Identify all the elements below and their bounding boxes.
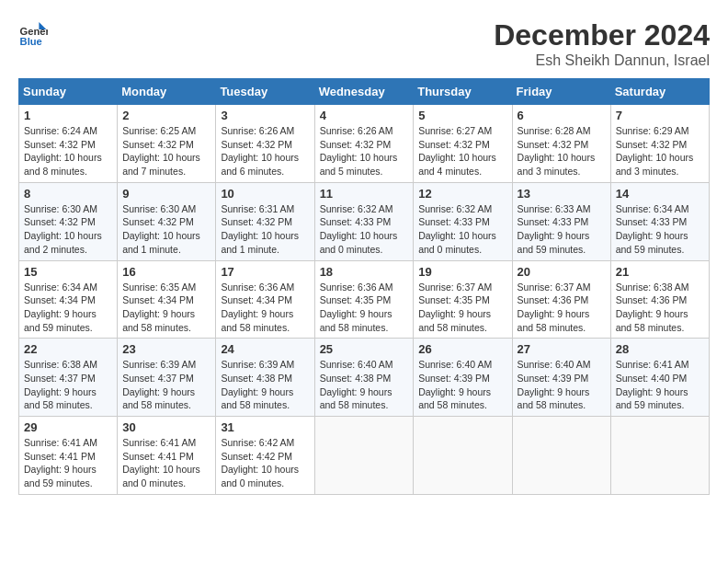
calendar-cell: 16Sunrise: 6:35 AMSunset: 4:34 PMDayligh…: [118, 260, 216, 339]
day-number: 14: [616, 187, 704, 201]
day-details: Sunrise: 6:31 AMSunset: 4:32 PMDaylight:…: [221, 202, 309, 257]
calendar-week-row: 29Sunrise: 6:41 AMSunset: 4:41 PMDayligh…: [19, 417, 710, 495]
calendar-cell: 12Sunrise: 6:32 AMSunset: 4:33 PMDayligh…: [414, 182, 512, 260]
day-details: Sunrise: 6:36 AMSunset: 4:34 PMDaylight:…: [221, 281, 309, 335]
header-cell-friday: Friday: [512, 79, 610, 105]
header-cell-tuesday: Tuesday: [216, 79, 314, 105]
title-section: December 2024 Esh Sheikh Dannun, Israel: [494, 18, 710, 69]
day-number: 16: [122, 265, 210, 279]
calendar-cell: 8Sunrise: 6:30 AMSunset: 4:32 PMDaylight…: [19, 182, 118, 260]
day-number: 3: [221, 109, 309, 122]
day-number: 31: [221, 420, 309, 434]
day-details: Sunrise: 6:32 AMSunset: 4:33 PMDaylight:…: [418, 202, 506, 257]
day-number: 19: [418, 265, 506, 279]
calendar-week-row: 8Sunrise: 6:30 AMSunset: 4:32 PMDaylight…: [19, 182, 710, 260]
logo: General Blue: [18, 18, 51, 48]
day-details: Sunrise: 6:33 AMSunset: 4:33 PMDaylight:…: [518, 202, 606, 257]
calendar-cell: 21Sunrise: 6:38 AMSunset: 4:36 PMDayligh…: [610, 260, 709, 339]
calendar-week-row: 15Sunrise: 6:34 AMSunset: 4:34 PMDayligh…: [19, 260, 710, 339]
calendar-cell: 5Sunrise: 6:27 AMSunset: 4:32 PMDaylight…: [414, 105, 512, 183]
day-details: Sunrise: 6:40 AMSunset: 4:38 PMDaylight:…: [320, 358, 409, 412]
day-details: Sunrise: 6:38 AMSunset: 4:37 PMDaylight:…: [24, 358, 112, 412]
day-details: Sunrise: 6:30 AMSunset: 4:32 PMDaylight:…: [24, 202, 112, 257]
day-number: 5: [418, 109, 506, 122]
day-number: 25: [320, 342, 409, 356]
calendar-cell: 14Sunrise: 6:34 AMSunset: 4:33 PMDayligh…: [610, 182, 709, 260]
calendar-cell: 17Sunrise: 6:36 AMSunset: 4:34 PMDayligh…: [216, 260, 314, 339]
day-details: Sunrise: 6:36 AMSunset: 4:35 PMDaylight:…: [320, 281, 409, 335]
calendar-cell: 25Sunrise: 6:40 AMSunset: 4:38 PMDayligh…: [314, 339, 414, 417]
day-number: 30: [122, 420, 210, 434]
calendar-week-row: 22Sunrise: 6:38 AMSunset: 4:37 PMDayligh…: [19, 339, 710, 417]
day-number: 20: [518, 265, 606, 279]
calendar-cell: 1Sunrise: 6:24 AMSunset: 4:32 PMDaylight…: [19, 105, 118, 183]
calendar-cell: 7Sunrise: 6:29 AMSunset: 4:32 PMDaylight…: [610, 105, 709, 183]
day-number: 28: [616, 342, 704, 356]
calendar-cell: [512, 417, 610, 495]
header-cell-thursday: Thursday: [414, 79, 512, 105]
day-number: 18: [320, 265, 409, 279]
calendar-cell: 9Sunrise: 6:30 AMSunset: 4:32 PMDaylight…: [118, 182, 216, 260]
day-details: Sunrise: 6:34 AMSunset: 4:34 PMDaylight:…: [24, 281, 112, 335]
calendar-cell: 30Sunrise: 6:41 AMSunset: 4:41 PMDayligh…: [118, 417, 216, 495]
day-details: Sunrise: 6:34 AMSunset: 4:33 PMDaylight:…: [616, 202, 704, 257]
day-number: 13: [518, 187, 606, 201]
day-number: 24: [221, 342, 309, 356]
day-number: 4: [320, 109, 409, 122]
calendar-cell: 3Sunrise: 6:26 AMSunset: 4:32 PMDaylight…: [216, 105, 314, 183]
calendar-cell: 13Sunrise: 6:33 AMSunset: 4:33 PMDayligh…: [512, 182, 610, 260]
calendar-cell: 4Sunrise: 6:26 AMSunset: 4:32 PMDaylight…: [314, 105, 414, 183]
header-cell-wednesday: Wednesday: [314, 79, 414, 105]
day-details: Sunrise: 6:39 AMSunset: 4:37 PMDaylight:…: [122, 358, 210, 412]
logo-icon: General Blue: [18, 18, 48, 48]
day-details: Sunrise: 6:27 AMSunset: 4:32 PMDaylight:…: [418, 124, 506, 178]
day-details: Sunrise: 6:40 AMSunset: 4:39 PMDaylight:…: [418, 358, 506, 412]
day-number: 1: [24, 109, 112, 122]
calendar-cell: 29Sunrise: 6:41 AMSunset: 4:41 PMDayligh…: [19, 417, 118, 495]
header-cell-saturday: Saturday: [610, 79, 709, 105]
day-number: 29: [24, 420, 112, 434]
calendar-cell: 20Sunrise: 6:37 AMSunset: 4:36 PMDayligh…: [512, 260, 610, 339]
day-details: Sunrise: 6:38 AMSunset: 4:36 PMDaylight:…: [616, 281, 704, 335]
calendar-cell: [314, 417, 414, 495]
day-details: Sunrise: 6:24 AMSunset: 4:32 PMDaylight:…: [24, 124, 112, 178]
day-number: 11: [320, 187, 409, 201]
calendar-cell: 31Sunrise: 6:42 AMSunset: 4:42 PMDayligh…: [216, 417, 314, 495]
header: General Blue December 2024 Esh Sheikh Da…: [18, 18, 710, 69]
day-details: Sunrise: 6:42 AMSunset: 4:42 PMDaylight:…: [221, 436, 309, 490]
calendar-cell: 11Sunrise: 6:32 AMSunset: 4:33 PMDayligh…: [314, 182, 414, 260]
header-cell-monday: Monday: [118, 79, 216, 105]
day-details: Sunrise: 6:41 AMSunset: 4:40 PMDaylight:…: [616, 358, 704, 412]
day-number: 15: [24, 265, 112, 279]
calendar-table: SundayMondayTuesdayWednesdayThursdayFrid…: [18, 78, 710, 495]
calendar-cell: 6Sunrise: 6:28 AMSunset: 4:32 PMDaylight…: [512, 105, 610, 183]
day-number: 12: [418, 187, 506, 201]
day-number: 27: [518, 342, 606, 356]
calendar-cell: 24Sunrise: 6:39 AMSunset: 4:38 PMDayligh…: [216, 339, 314, 417]
day-details: Sunrise: 6:29 AMSunset: 4:32 PMDaylight:…: [616, 124, 704, 178]
day-number: 7: [616, 109, 704, 122]
day-details: Sunrise: 6:30 AMSunset: 4:32 PMDaylight:…: [122, 202, 210, 257]
day-details: Sunrise: 6:26 AMSunset: 4:32 PMDaylight:…: [221, 124, 309, 178]
calendar-cell: 27Sunrise: 6:40 AMSunset: 4:39 PMDayligh…: [512, 339, 610, 417]
day-number: 26: [418, 342, 506, 356]
day-details: Sunrise: 6:25 AMSunset: 4:32 PMDaylight:…: [122, 124, 210, 178]
day-number: 23: [122, 342, 210, 356]
calendar-cell: 18Sunrise: 6:36 AMSunset: 4:35 PMDayligh…: [314, 260, 414, 339]
calendar-cell: 10Sunrise: 6:31 AMSunset: 4:32 PMDayligh…: [216, 182, 314, 260]
calendar-cell: 23Sunrise: 6:39 AMSunset: 4:37 PMDayligh…: [118, 339, 216, 417]
day-details: Sunrise: 6:40 AMSunset: 4:39 PMDaylight:…: [518, 358, 606, 412]
location-title: Esh Sheikh Dannun, Israel: [494, 52, 710, 69]
day-details: Sunrise: 6:35 AMSunset: 4:34 PMDaylight:…: [122, 281, 210, 335]
day-number: 2: [122, 109, 210, 122]
day-number: 8: [24, 187, 112, 201]
day-number: 10: [221, 187, 309, 201]
calendar-cell: [610, 417, 709, 495]
day-details: Sunrise: 6:32 AMSunset: 4:33 PMDaylight:…: [320, 202, 409, 257]
calendar-cell: [414, 417, 512, 495]
day-details: Sunrise: 6:28 AMSunset: 4:32 PMDaylight:…: [518, 124, 606, 178]
month-title: December 2024: [494, 18, 710, 52]
calendar-cell: 19Sunrise: 6:37 AMSunset: 4:35 PMDayligh…: [414, 260, 512, 339]
day-details: Sunrise: 6:41 AMSunset: 4:41 PMDaylight:…: [122, 436, 210, 490]
svg-text:Blue: Blue: [20, 36, 42, 47]
